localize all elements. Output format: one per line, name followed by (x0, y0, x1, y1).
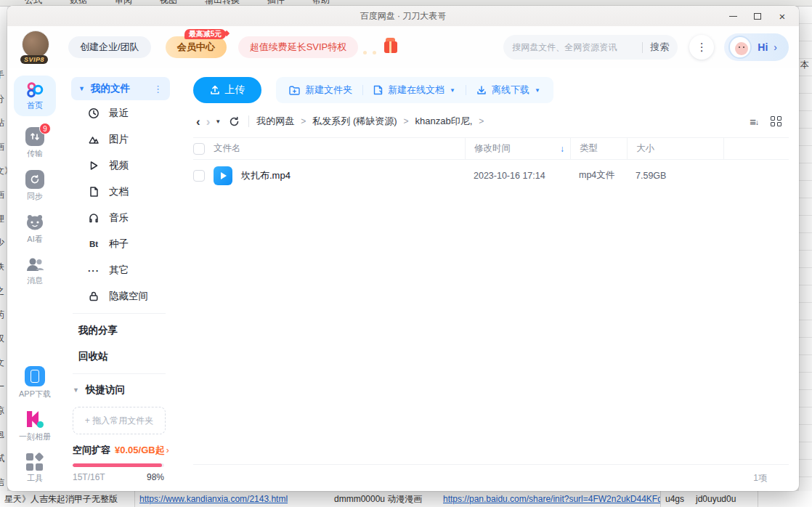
transfer-count-badge: 9 (39, 123, 51, 134)
nav-item-label: 音乐 (109, 211, 129, 224)
lock-icon (87, 291, 100, 302)
titlebar[interactable]: 百度网盘 · 刀刀大表哥 × (7, 6, 799, 26)
nav-item-label: 最近 (109, 107, 129, 120)
search-button[interactable]: 搜索 (650, 41, 669, 54)
breadcrumb-separator: > (479, 116, 484, 126)
refresh-button[interactable] (229, 116, 240, 127)
upload-button[interactable]: 上传 (193, 77, 261, 103)
history-dropdown-button[interactable]: ▼ (213, 118, 223, 125)
left-rail: 首页 9 传输 同步 (7, 68, 62, 491)
upload-icon (210, 85, 220, 95)
sync-icon (25, 170, 44, 189)
column-name[interactable]: 文件名 (214, 142, 241, 155)
rail-item-app-download[interactable]: APP下载 (19, 366, 51, 399)
more-vert-icon[interactable]: ⋮ (153, 84, 163, 94)
select-all-checkbox[interactable] (193, 143, 205, 155)
drop-folder-zone[interactable]: + 拖入常用文件夹 (73, 407, 166, 434)
rail-item-label: 一刻相册 (19, 431, 51, 442)
nav-item-documents[interactable]: 文档 (71, 179, 170, 205)
row-checkbox[interactable] (193, 170, 205, 182)
member-center-button[interactable]: 会员中心 最高减5元 (166, 36, 227, 58)
nav-item-other[interactable]: ··· 其它 (71, 257, 170, 283)
ellipsis-icon: ··· (87, 265, 100, 276)
nav-item-music[interactable]: 音乐 (71, 205, 170, 231)
column-type[interactable]: 类型 (570, 138, 627, 159)
discount-badge: 最高减5元 (184, 29, 227, 39)
rail-item-label: AI看 (27, 234, 42, 245)
minimize-button[interactable] (723, 7, 742, 25)
rail-item-sync[interactable]: 同步 (25, 170, 44, 202)
user-avatar[interactable]: SVIP8 (22, 31, 52, 64)
maximize-button[interactable] (748, 7, 767, 25)
nav-my-files[interactable]: ▼ 我的文件 ⋮ (71, 77, 170, 100)
header: SVIP8 创建企业/团队 会员中心 最高减5元 超值续费延长SVIP特权 搜索… (7, 26, 799, 68)
caret-down-icon: ▼ (78, 85, 85, 92)
search-input[interactable] (512, 42, 635, 52)
grid-view-button[interactable] (771, 116, 781, 127)
search-box[interactable]: 搜索 (503, 35, 678, 60)
bg-cell: jd0uyud0u (691, 491, 758, 507)
nav-item-my-share[interactable]: 我的分享 (71, 317, 170, 344)
ai-view-icon (25, 213, 45, 232)
new-online-doc-button[interactable]: 新建在线文档 ▼ (363, 77, 466, 103)
file-name[interactable]: 坎扎布.mp4 (241, 169, 291, 182)
nav-item-videos[interactable]: 视频 (71, 153, 170, 179)
expand-title: 空间扩容 (73, 444, 110, 457)
more-menu-button[interactable]: ⋮ (689, 35, 714, 60)
gift-icon[interactable] (384, 41, 397, 53)
svip-badge: SVIP8 (20, 55, 48, 64)
table-row[interactable]: 坎扎布.mp4 2023-10-16 17:14 mp4文件 7.59GB (193, 160, 789, 191)
close-button[interactable]: × (773, 7, 792, 25)
bt-icon: Bt (87, 240, 100, 248)
svip-promo-button[interactable]: 超值续费延长SVIP特权 (238, 36, 359, 58)
breadcrumb-item[interactable]: khanzab印尼, (415, 115, 473, 128)
column-spacer (723, 138, 789, 159)
rail-item-label: APP下载 (19, 389, 51, 399)
new-folder-button[interactable]: 新建文件夹 (279, 77, 362, 103)
divider (73, 373, 166, 374)
nav-quick-access[interactable]: ▼ 快捷访问 (71, 378, 170, 402)
image-icon (87, 134, 100, 145)
rail-item-messages[interactable]: 消息 (25, 256, 44, 286)
nav-item-recent[interactable]: 最近 (71, 100, 170, 126)
caret-down-icon: ▼ (450, 87, 455, 94)
sort-desc-icon[interactable]: ↓ (560, 144, 564, 154)
nav-item-hidden-space[interactable]: 隐藏空间 (71, 283, 170, 309)
sort-order-button[interactable]: ≡↓ (750, 115, 759, 128)
rail-item-transfer[interactable]: 9 传输 (25, 127, 44, 159)
forward-button[interactable]: › (203, 115, 214, 128)
nav-item-label: 图片 (109, 133, 129, 146)
nav-item-torrents[interactable]: Bt 种子 (71, 231, 170, 257)
rail-item-ai-view[interactable]: AI看 (25, 213, 45, 245)
storage-percent: 98% (147, 472, 164, 482)
breadcrumb-item[interactable]: 我的网盘 (256, 115, 294, 128)
create-team-button[interactable]: 创建企业/团队 (68, 36, 151, 58)
breadcrumb-separator: > (404, 116, 409, 126)
refresh-icon (229, 116, 240, 127)
bg-link: https://pan.baidu.com/share/init?surl=4F… (443, 494, 661, 504)
storage-expand-link[interactable]: 空间扩容 ¥0.05/GB起 › (73, 444, 164, 457)
breadcrumb-item[interactable]: 私发系列 (稀缺资源) (312, 115, 397, 128)
caret-down-icon: ▼ (73, 386, 79, 394)
bg-cell: dmmm0000u 动漫漫画 (330, 491, 439, 507)
netdisk-logo-icon (25, 81, 44, 99)
nav-item-pictures[interactable]: 图片 (71, 126, 170, 153)
offline-download-button[interactable]: 离线下载 ▼ (466, 77, 551, 103)
column-time[interactable]: 修改时间 (474, 142, 511, 155)
rail-item-label: 同步 (27, 191, 43, 202)
my-files-label: 我的文件 (91, 82, 147, 95)
rail-item-home[interactable]: 首页 (14, 76, 56, 116)
back-button[interactable]: ‹ (193, 115, 203, 128)
expand-price: ¥0.05/GB起 (115, 444, 165, 457)
nav-item-recycle-bin[interactable]: 回收站 (71, 344, 170, 370)
rail-item-tools[interactable]: 工具 (26, 453, 44, 484)
status-bar: 1项 (193, 464, 789, 491)
toolbar: 上传 新建文件夹 新建在线文档 ▼ (193, 77, 789, 103)
column-size[interactable]: 大小 (627, 138, 723, 159)
background-left-strip: 手分站画文》画理少铁之药双文一凉包试信影 (0, 7, 7, 491)
divider (73, 313, 166, 314)
rail-item-yike-album[interactable]: 一刻相册 (19, 410, 51, 442)
assistant-button[interactable]: Hi › (724, 33, 789, 61)
nav-item-label: 文档 (109, 185, 129, 198)
baidu-netdisk-window: 百度网盘 · 刀刀大表哥 × SVIP8 创建企业/团队 会员中心 最高减5元 … (7, 6, 799, 491)
